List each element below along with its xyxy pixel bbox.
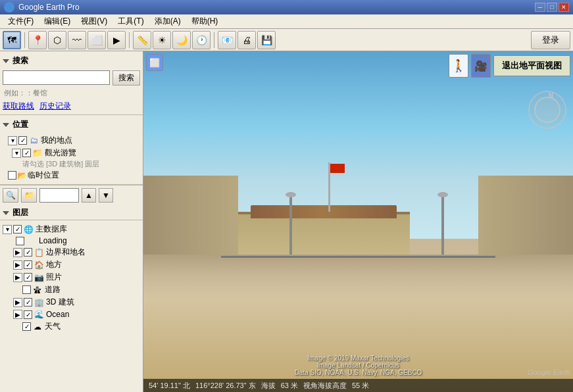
camera-button[interactable]: 🎥: [471, 54, 491, 78]
location-section: 位置 ▾ 🗂 我的地点 ▾ 📁 觀光游覽 请勾选 [3D 建筑物] 圆层: [0, 115, 143, 185]
search-places-button[interactable]: 🔍: [3, 188, 18, 203]
temp-checkbox[interactable]: [8, 171, 16, 180]
my-places-checkbox[interactable]: [18, 136, 27, 145]
save-image-button[interactable]: 💾: [257, 31, 276, 49]
temp-folder-icon: 📂: [18, 171, 26, 180]
view-area[interactable]: ⬜ 🚶 🎥 退出地平面视图 N Image © 2019 Maxar Techn…: [143, 51, 573, 392]
search-collapse-icon[interactable]: [3, 59, 9, 63]
borders-checkbox[interactable]: [24, 248, 32, 257]
show-planet-button[interactable]: 🌙: [172, 31, 191, 49]
3d-checkbox[interactable]: [24, 298, 32, 306]
layer-weather: ☁ 天气: [3, 320, 140, 333]
streetview-mode-button[interactable]: ⬜: [146, 54, 163, 71]
map-view-button[interactable]: 🗺: [3, 31, 21, 49]
menubar: 文件(F) 编辑(E) 视图(V) 工具(T) 添加(A) 帮助(H): [0, 14, 573, 29]
ge-watermark: Google Earth: [528, 368, 570, 376]
menu-tools[interactable]: 工具(T): [112, 14, 149, 28]
app-icon: [4, 2, 14, 12]
3d-expand[interactable]: ▶: [13, 298, 22, 307]
search-button[interactable]: 搜索: [112, 70, 140, 86]
search-input[interactable]: [3, 70, 110, 85]
menu-view[interactable]: 视图(V): [76, 14, 112, 28]
navigation-compass[interactable]: N: [528, 91, 568, 130]
compass-outer-ring: [528, 91, 566, 129]
search-title: 搜索: [12, 55, 28, 66]
add-placemark-button[interactable]: 📍: [28, 31, 47, 49]
close-button[interactable]: ✕: [559, 3, 569, 12]
add-path-button[interactable]: 〰: [68, 31, 86, 49]
places-expand[interactable]: ▶: [13, 260, 22, 270]
location-title: 位置: [12, 119, 28, 130]
menu-add[interactable]: 添加(A): [149, 14, 186, 28]
photos-checkbox[interactable]: [24, 273, 32, 282]
tourism-checkbox[interactable]: [22, 149, 31, 157]
historical-imagery-button[interactable]: 🕐: [192, 31, 211, 49]
layer-places: ▶ 🏠 地方: [3, 258, 140, 271]
layers-outer: 图层 ▾ 🌐 主数据库 Loading ▶: [0, 205, 143, 392]
roads-icon: 🛣: [32, 285, 43, 295]
email-button[interactable]: 📧: [218, 31, 236, 49]
my-places-icon: 🗂: [28, 135, 39, 146]
person-icon-button[interactable]: 🚶: [449, 54, 468, 78]
my-places-row: ▾ 🗂 我的地点: [3, 134, 140, 147]
app-title: Google Earth Pro: [18, 3, 80, 12]
search-section: 搜索 搜索 例如：：餐馆 获取路线 历史记录: [0, 51, 143, 115]
tourism-label: 觀光游覽: [45, 147, 76, 159]
loading-label: Loading: [39, 236, 67, 245]
show-ruler-button[interactable]: 📏: [133, 31, 151, 49]
menu-edit[interactable]: 编辑(E): [39, 14, 76, 28]
menu-help[interactable]: 帮助(H): [186, 14, 224, 28]
borders-label: 边界和地名: [46, 247, 86, 258]
left-building: [143, 176, 238, 258]
tourism-expand[interactable]: ▾: [12, 149, 21, 158]
folder-button[interactable]: 📁: [21, 188, 37, 203]
exit-ground-view-button[interactable]: 退出地平面视图: [493, 55, 570, 76]
nav-down-button[interactable]: ▼: [99, 188, 113, 203]
view-altitude-value: 55 米: [352, 381, 369, 391]
layer-3d-buildings: ▶ 🏢 3D 建筑: [3, 296, 140, 308]
compass-north-label: N: [549, 92, 553, 99]
layer-main-db: ▾ 🌐 主数据库: [3, 223, 140, 235]
add-polygon-button[interactable]: ⬡: [48, 31, 66, 49]
add-overlay-button[interactable]: ⬜: [87, 31, 106, 49]
login-button[interactable]: 登录: [531, 31, 570, 49]
print-button[interactable]: 🖨: [237, 31, 256, 49]
attribution-line2: Image Landsat / Copernicus: [295, 362, 422, 369]
search-filter-input[interactable]: [39, 188, 79, 203]
places-checkbox[interactable]: [24, 260, 32, 269]
main-toolbar: 🗺 📍 ⬡ 〰 ⬜ ▶ 📏 ☀ 🌙 🕐 📧 🖨 💾 登录: [0, 29, 573, 51]
add-tour-button[interactable]: ▶: [107, 31, 126, 49]
toolbar-separator-1: [24, 32, 25, 48]
history-link[interactable]: 历史记录: [39, 101, 71, 112]
loading-checkbox[interactable]: [16, 237, 24, 245]
menu-file[interactable]: 文件(F): [3, 14, 39, 28]
get-directions-link[interactable]: 获取路线: [3, 101, 34, 112]
roads-label: 道路: [45, 284, 61, 295]
photos-expand[interactable]: ▶: [13, 273, 22, 282]
temp-location-label: 临时位置: [28, 170, 59, 181]
ocean-expand[interactable]: ▶: [13, 310, 22, 319]
places-label: 地方: [46, 259, 62, 270]
left-panel: 搜索 搜索 例如：：餐馆 获取路线 历史记录 位置 ▾ 🗂: [0, 51, 143, 392]
location-collapse-icon[interactable]: [3, 123, 9, 127]
weather-icon: ☁: [32, 322, 43, 332]
fence-line: [221, 256, 496, 258]
minimize-button[interactable]: ─: [535, 3, 545, 12]
weather-checkbox[interactable]: [22, 322, 31, 331]
ocean-checkbox[interactable]: [24, 310, 32, 319]
compass-inner-ring: [534, 97, 561, 123]
show-sun-button[interactable]: ☀: [153, 31, 171, 49]
nav-up-button[interactable]: ▲: [82, 188, 96, 203]
my-places-expand[interactable]: ▾: [8, 136, 17, 145]
main-db-checkbox[interactable]: [13, 225, 22, 233]
borders-expand[interactable]: ▶: [13, 248, 22, 257]
image-attribution: Image © 2019 Maxar Technologies Image La…: [295, 355, 422, 376]
tourism-icon: 📁: [32, 148, 43, 159]
layers-collapse-icon[interactable]: [3, 211, 9, 215]
roads-checkbox[interactable]: [22, 285, 31, 294]
maximize-button[interactable]: □: [547, 3, 557, 12]
main-db-expand[interactable]: ▾: [3, 225, 12, 234]
layer-hint-text: 请勾选 [3D 建筑物] 圆层: [3, 159, 140, 169]
street-view-controls: 🚶 🎥 退出地平面视图: [449, 54, 570, 78]
toolbar-left-group: 🗺 📍 ⬡ 〰 ⬜ ▶ 📏 ☀ 🌙 🕐 📧 🖨 💾: [3, 31, 276, 49]
